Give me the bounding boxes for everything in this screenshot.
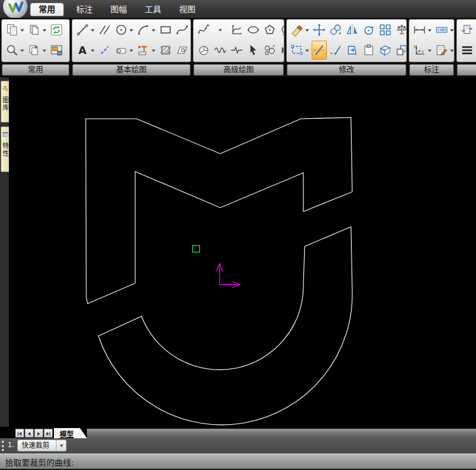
sketchline-icon bbox=[98, 43, 112, 57]
extend-button[interactable] bbox=[328, 41, 343, 60]
menu-tab-3[interactable]: 图幅 bbox=[102, 1, 136, 18]
coorddim-button[interactable] bbox=[434, 20, 454, 39]
corner-button[interactable] bbox=[394, 41, 407, 60]
display-button[interactable] bbox=[49, 41, 64, 60]
formula-button[interactable] bbox=[279, 20, 284, 39]
sidebar-tab-2[interactable]: 特性 bbox=[1, 126, 9, 172]
command-combobox-dropdown[interactable] bbox=[56, 440, 66, 451]
menu-tab-5[interactable]: 视图 bbox=[170, 1, 204, 18]
trim-button[interactable] bbox=[312, 41, 327, 60]
ellipse-button[interactable] bbox=[246, 20, 261, 39]
angdim-dropdown[interactable] bbox=[426, 43, 432, 57]
view3d-button[interactable] bbox=[378, 41, 393, 60]
sidebar-tab-1[interactable]: 图库 bbox=[1, 81, 9, 123]
zoom-dropdown[interactable] bbox=[19, 43, 25, 57]
array-button[interactable] bbox=[378, 20, 393, 39]
select-button[interactable] bbox=[289, 41, 310, 60]
stretch-button[interactable] bbox=[345, 41, 360, 60]
polygon-button[interactable] bbox=[262, 20, 277, 39]
bubble-button[interactable] bbox=[262, 41, 277, 60]
paste2-button[interactable] bbox=[361, 41, 376, 60]
nav-first-button[interactable] bbox=[15, 429, 24, 438]
pan-dropdown[interactable] bbox=[41, 43, 47, 57]
app-logo-icon[interactable] bbox=[3, 0, 28, 18]
block-button[interactable] bbox=[136, 41, 157, 60]
sketchline-button[interactable] bbox=[97, 41, 112, 60]
nav-last-button[interactable] bbox=[44, 429, 53, 438]
menu-tab-2[interactable]: 标注 bbox=[67, 1, 102, 18]
copy-button[interactable] bbox=[27, 20, 48, 39]
profile-dropdown[interactable] bbox=[128, 43, 134, 57]
ribbon: 常用A基本绘图高级绘图修改yx标注 bbox=[0, 18, 476, 77]
pick-button[interactable] bbox=[246, 41, 261, 60]
spline-button[interactable] bbox=[175, 20, 190, 39]
zoom-button[interactable] bbox=[4, 41, 25, 60]
angdim-button[interactable]: yx bbox=[412, 41, 433, 60]
cad-drawing bbox=[9, 77, 476, 427]
circle-button[interactable] bbox=[114, 20, 135, 39]
line-button[interactable] bbox=[75, 20, 96, 39]
arc-dropdown[interactable] bbox=[150, 23, 156, 37]
dim-dropdown[interactable] bbox=[426, 23, 432, 37]
erase-icon bbox=[290, 23, 304, 37]
scale-button[interactable] bbox=[394, 20, 407, 39]
pan-button[interactable] bbox=[27, 41, 48, 60]
textedit-dropdown[interactable] bbox=[449, 43, 454, 57]
rotate-button[interactable] bbox=[361, 20, 376, 39]
graph-button[interactable] bbox=[229, 20, 244, 39]
textedit-button[interactable] bbox=[434, 41, 454, 60]
region-button[interactable] bbox=[175, 41, 190, 60]
curve-button[interactable] bbox=[196, 20, 211, 39]
copy-dropdown[interactable] bbox=[41, 23, 47, 37]
point-button[interactable] bbox=[213, 20, 228, 39]
view3d-icon bbox=[378, 43, 392, 57]
zigzag-button[interactable] bbox=[229, 41, 244, 60]
erase-button[interactable] bbox=[289, 20, 310, 39]
nav-prev-button[interactable] bbox=[25, 429, 34, 438]
nav-next-button[interactable] bbox=[34, 429, 43, 438]
ribbon-group-box: yx bbox=[409, 19, 454, 62]
erase-dropdown[interactable] bbox=[304, 23, 310, 37]
block-dropdown[interactable] bbox=[150, 43, 156, 57]
move-button[interactable] bbox=[312, 20, 327, 39]
sector-button[interactable] bbox=[196, 41, 211, 60]
profile-button[interactable] bbox=[114, 41, 135, 60]
solid-button[interactable] bbox=[279, 41, 284, 60]
rectangle-button[interactable] bbox=[158, 20, 173, 39]
parallel-button[interactable] bbox=[97, 20, 112, 39]
logo-m-outline bbox=[86, 117, 352, 304]
paste-dropdown[interactable] bbox=[19, 23, 25, 37]
arc-button[interactable] bbox=[136, 20, 157, 39]
frame-button[interactable] bbox=[459, 20, 475, 39]
command-bar-grip[interactable] bbox=[2, 441, 6, 451]
dim-button[interactable] bbox=[412, 20, 433, 39]
drawing-canvas[interactable] bbox=[9, 77, 476, 427]
sheet-nav-buttons bbox=[15, 429, 53, 438]
command-combobox[interactable]: 快速裁剪 bbox=[17, 440, 67, 452]
menu-tab-4[interactable]: 工具 bbox=[136, 1, 170, 18]
paste-button[interactable] bbox=[4, 20, 25, 39]
menu-icon bbox=[460, 43, 474, 57]
select-dropdown[interactable] bbox=[304, 43, 310, 57]
copy2-button[interactable] bbox=[328, 20, 343, 39]
coorddim-dropdown[interactable] bbox=[449, 23, 454, 37]
hatch-button[interactable] bbox=[158, 41, 173, 60]
model-sheet-tab[interactable]: 模型 bbox=[54, 428, 88, 438]
frame-icon bbox=[460, 23, 474, 37]
text-button[interactable]: A bbox=[75, 41, 96, 60]
properties-icon bbox=[2, 128, 9, 140]
menu-tab-1[interactable]: 常用 bbox=[30, 3, 63, 16]
ribbon-row: A bbox=[72, 40, 190, 60]
mirror-button[interactable] bbox=[345, 20, 360, 39]
circle-dropdown[interactable] bbox=[128, 23, 134, 37]
wave-button[interactable] bbox=[213, 41, 228, 60]
solid-icon bbox=[279, 43, 284, 57]
line-dropdown[interactable] bbox=[89, 23, 95, 37]
menu-button[interactable] bbox=[459, 41, 475, 60]
refresh-button[interactable] bbox=[49, 20, 64, 39]
text-dropdown[interactable] bbox=[89, 43, 95, 57]
line-icon bbox=[76, 23, 89, 37]
ribbon-group-box bbox=[193, 19, 284, 62]
logo-j-outline bbox=[98, 227, 352, 425]
ribbon-row bbox=[287, 40, 406, 60]
